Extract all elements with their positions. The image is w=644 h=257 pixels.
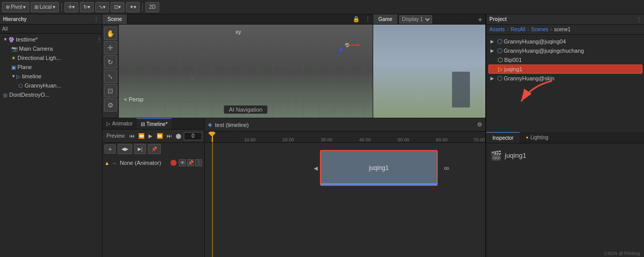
proj-label-juqing1: juqing1 [504, 66, 522, 72]
scene-menu-icon[interactable]: ⋮ [363, 16, 373, 23]
next-marker-button[interactable]: ▶| [134, 144, 146, 154]
rect-tool[interactable]: ⊡ [104, 84, 117, 97]
timeline-settings-button[interactable]: ⚙ [477, 121, 482, 128]
scene-viewport[interactable]: xy z [119, 25, 373, 118]
lighting-tab[interactable]: ● Lighting [520, 132, 554, 143]
inspector-obj-name: juqing1 [505, 149, 526, 161]
game-viewport[interactable] [373, 25, 485, 118]
custom-tool[interactable]: ⚙ [104, 98, 117, 112]
pin-button[interactable]: 📌 [148, 144, 161, 154]
anim-track-area: ▲ → None (Animator) 👁 📌 ⋮ [102, 155, 204, 257]
project-menu-icon[interactable]: ⋮ [636, 16, 641, 22]
animator-panel: ▷ Animator ⊟ Timeline* Preview ⏮ ⏪ ▶ ⏩ ⏭… [102, 118, 205, 257]
anim-add-row: + ◀▶ ▶| 📌 [102, 143, 204, 155]
timeline-clip-juqing1[interactable]: juqing1 ◀ ∞ [320, 150, 438, 186]
timeline-obj-name: test (timeline) [215, 122, 249, 128]
proj-item-juqing1[interactable]: ▷ juqing1 [488, 65, 642, 74]
hierarchy-all-label[interactable]: All [2, 26, 8, 32]
hier-item-dir-light[interactable]: ☀ Directional Ligh... [0, 53, 102, 62]
add-track-button[interactable]: + [104, 144, 116, 154]
track-eye-button[interactable]: 👁 [179, 159, 186, 166]
prev-frame-button[interactable]: ⏪ [137, 132, 145, 141]
hier-label-timeline: timeline [22, 73, 41, 79]
timeline-header-bar: ◈ test (timeline) ⚙ [205, 118, 485, 132]
scene-object-dot [190, 76, 195, 80]
rotate-tool[interactable]: ↻ [104, 55, 117, 69]
hier-item-testtime[interactable]: ▼ 🔮 testtime* ⋮ [0, 35, 102, 44]
rewind-start-button[interactable]: ⏮ [128, 132, 136, 141]
track-pin-button[interactable]: 📌 [187, 159, 194, 166]
scene-tab-label: Scene [108, 16, 122, 22]
hand-tool[interactable]: ✋ [104, 27, 117, 40]
proj-icon-chuchang: ⬡ [497, 47, 502, 54]
hier-item-granny[interactable]: ⬡ GrannyHuan... [0, 81, 102, 90]
inspector-tab[interactable]: Inspector [486, 132, 520, 143]
transform-tool-button[interactable]: ✦▾ [126, 2, 140, 12]
scene-tab[interactable]: Scene [102, 14, 127, 24]
scale-tool-button[interactable]: ⤡▾ [95, 2, 109, 12]
playhead-track-line [212, 143, 213, 257]
timeline-tracks[interactable]: juqing1 ◀ ∞ [205, 143, 485, 257]
game-tab-label: Game [378, 16, 392, 22]
local-icon: ⊞ [34, 4, 38, 10]
animator-tab-icon: ▷ [106, 121, 111, 126]
hier-menu-testtime[interactable]: ⋮ [97, 37, 102, 42]
hier-item-dont-destroy[interactable]: ◎ DontDestroyO... [0, 90, 102, 99]
move-tool-button[interactable]: ✛▾ [65, 2, 78, 12]
twod-button[interactable]: 2D [145, 2, 159, 12]
scene-gizmo[interactable]: z [332, 30, 362, 60]
lock-icon[interactable]: 🔒 [350, 16, 363, 23]
record-button[interactable]: ⬤ [175, 132, 183, 141]
ruler-mark-70: 70.00 [474, 137, 485, 142]
scale-tool[interactable]: ⤡ [104, 70, 117, 83]
proj-item-bip001[interactable]: ⬡ Bip001 [488, 55, 642, 65]
hier-item-plane[interactable]: ▣ Plane [0, 62, 102, 72]
record-dot[interactable] [170, 160, 177, 166]
track-arrow-icon: → [112, 160, 117, 166]
project-panel: Project ⋮ Assets › ResAll › Scenes › sce… [486, 14, 644, 132]
frame-input[interactable]: 0 [184, 132, 202, 140]
proj-item-granny04[interactable]: ▶ ⬡ GrannyHuang@juqing04 [488, 37, 642, 46]
rewind-end-button[interactable]: ⏭ [165, 132, 174, 141]
rect-tool-button[interactable]: ⊡▾ [111, 2, 124, 12]
rotate-tool-button[interactable]: ↻▾ [80, 2, 94, 12]
track-menu-button[interactable]: ⋮ [195, 159, 202, 166]
breadcrumb-resall[interactable]: ResAll [510, 27, 525, 32]
ruler-mark-50: 50.00 [398, 137, 410, 142]
scene-game-panels: Scene 🔒 ⋮ ✋ ✛ ↻ ⤡ ⊡ ⚙ [102, 14, 485, 118]
ai-navigation-label[interactable]: AI Navigation [224, 105, 267, 114]
timeline-tab[interactable]: ⊟ Timeline* [137, 118, 171, 129]
lighting-dot: ● [526, 135, 528, 140]
breadcrumb-scene1[interactable]: scene1 [554, 27, 570, 32]
hier-item-main-camera[interactable]: 📷 Main Camera [0, 44, 102, 53]
breadcrumb-assets[interactable]: Assets [489, 27, 505, 32]
timeline-ruler: 0 10.00 20.00 30.00 40.00 50.00 60.00 70… [205, 132, 485, 143]
game-tab[interactable]: Game [373, 14, 397, 24]
pivot-button[interactable]: ⊕ Pivot ▾ [2, 2, 29, 12]
proj-item-granny-skin[interactable]: ▶ ⬡ GrannyHuang@skin [488, 74, 642, 83]
animator-tab[interactable]: ▷ Animator [102, 118, 137, 129]
hier-label-granny: GrannyHuan... [25, 82, 61, 89]
next-frame-button[interactable]: ⏩ [156, 132, 164, 141]
hier-item-timeline[interactable]: ▼ ▷ timeline [0, 72, 102, 81]
game-tab-area: Game Display 1 + [373, 14, 485, 118]
proj-item-granny-chuchang[interactable]: ▶ ⬡ GrannyHuang@juqingchuchang [488, 46, 642, 55]
display-select[interactable]: Display 1 [399, 15, 432, 24]
local-button[interactable]: ⊞ Local ▾ [31, 2, 59, 12]
scene-icon-testtime: 🔮 [8, 37, 14, 42]
play-button[interactable]: ▶ [146, 132, 155, 141]
game-top-tabs: Game Display 1 + [373, 14, 485, 25]
camera-icon: 📷 [11, 46, 17, 52]
inspector-tab-label: Inspector [492, 135, 513, 141]
proj-label-granny04: GrannyHuang@juqing04 [504, 38, 566, 45]
hier-label-testtime: testtime* [16, 36, 38, 42]
breadcrumb-scenes[interactable]: Scenes [531, 27, 548, 32]
insert-marker-button[interactable]: ◀▶ [118, 144, 132, 154]
game-plus-button[interactable]: + [475, 15, 485, 24]
playhead-diamond [208, 132, 216, 137]
hierarchy-menu-icon[interactable]: ⋮ [94, 16, 99, 22]
move-tool[interactable]: ✛ [104, 41, 117, 54]
timeline-obj-icon: ◈ [208, 121, 212, 128]
timeline-playhead[interactable] [212, 132, 213, 142]
timeline-main: ◈ test (timeline) ⚙ 0 10.00 20.00 30.00 … [205, 118, 485, 257]
